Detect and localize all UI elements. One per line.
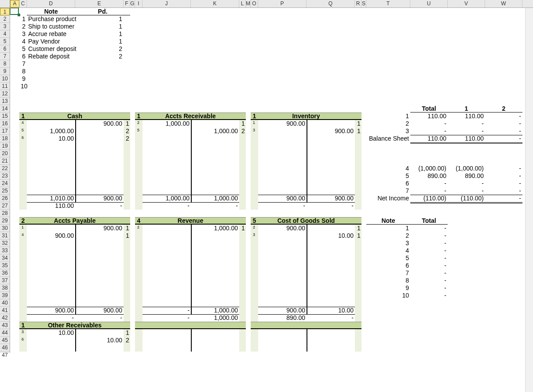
column-header-F[interactable]: F: [124, 0, 130, 7]
tacct-right-amt: [307, 120, 355, 127]
row-header-12[interactable]: 12: [0, 90, 10, 98]
column-header-S[interactable]: S: [361, 0, 366, 7]
row-header-44[interactable]: 44: [0, 329, 10, 337]
note-pd: 2: [75, 45, 124, 53]
tacct-pd: 1: [356, 127, 361, 135]
tacct-net-right: -: [191, 202, 239, 210]
column-header-K[interactable]: K: [191, 0, 239, 7]
column-header-W[interactable]: W: [485, 0, 522, 7]
chk-n: 1: [366, 225, 410, 232]
row-header-5[interactable]: 5: [0, 38, 10, 45]
row-header-4[interactable]: 4: [0, 30, 10, 38]
column-header-A[interactable]: A: [10, 0, 19, 7]
row-header-40[interactable]: 40: [0, 299, 10, 307]
tacct-ref: 3: [252, 232, 258, 237]
column-header-U[interactable]: U: [410, 0, 448, 7]
row-header-14[interactable]: 14: [0, 105, 10, 113]
row-header-32[interactable]: 32: [0, 240, 10, 247]
row-header-35[interactable]: 35: [0, 262, 10, 269]
fill-handle[interactable]: [18, 14, 20, 16]
tacct-ref: 1: [20, 225, 27, 229]
tacct-total-right: 900.00: [75, 307, 124, 314]
row-header-39[interactable]: 39: [0, 292, 10, 299]
sum-bs-label: Balance Sheet: [344, 135, 410, 142]
sum-hdr-total: Total: [410, 105, 448, 113]
chk-n: 5: [366, 254, 410, 262]
note-num: 6: [19, 53, 27, 60]
row-header-34[interactable]: 34: [0, 254, 10, 262]
row-header-10[interactable]: 10: [0, 75, 10, 83]
row-header-38[interactable]: 38: [0, 284, 10, 292]
row-header-22[interactable]: 22: [0, 165, 10, 172]
row-header-1[interactable]: 1: [0, 8, 10, 15]
row-header-7[interactable]: 7: [0, 53, 10, 60]
row-header-28[interactable]: 28: [0, 210, 10, 217]
grid-corner[interactable]: [0, 0, 10, 8]
column-header-G[interactable]: G: [130, 0, 135, 7]
row-header-20[interactable]: 20: [0, 150, 10, 157]
column-header-R[interactable]: R: [355, 0, 361, 7]
row-header-9[interactable]: 9: [0, 68, 10, 75]
row-header-43[interactable]: 43: [0, 322, 10, 329]
tacct-ref: 3: [20, 330, 27, 334]
row-header-19[interactable]: 19: [0, 142, 10, 150]
sum-dblrule: [410, 142, 522, 144]
row-header-8[interactable]: 8: [0, 60, 10, 68]
row-header-30[interactable]: 30: [0, 225, 10, 232]
column-header-C[interactable]: C: [19, 0, 27, 7]
tacct-title: Cost of Goods Sold: [251, 217, 361, 225]
row-header-27[interactable]: 27: [0, 202, 10, 210]
row-header-47[interactable]: 47: [0, 352, 10, 353]
column-header-O[interactable]: O: [251, 0, 258, 7]
note-pd: 1: [75, 38, 124, 45]
row-header-26[interactable]: 26: [0, 195, 10, 202]
row-header-29[interactable]: 29: [0, 217, 10, 225]
row-header-25[interactable]: 25: [0, 187, 10, 195]
column-header-T[interactable]: T: [366, 0, 410, 7]
row-header-45[interactable]: 45: [0, 337, 10, 344]
tacct-divider: [191, 225, 192, 314]
row-header-18[interactable]: 18: [0, 135, 10, 142]
column-header-P[interactable]: P: [258, 0, 307, 7]
row-header-36[interactable]: 36: [0, 269, 10, 277]
tacct-left-amt: [258, 127, 307, 135]
tacct-title-empty: [251, 322, 361, 329]
column-header-Q[interactable]: Q: [307, 0, 355, 7]
row-header-15[interactable]: 15: [0, 113, 10, 120]
tacct-left-amt: [27, 225, 75, 232]
row-header-31[interactable]: 31: [0, 232, 10, 240]
row-header-13[interactable]: 13: [0, 98, 10, 105]
sum-label: 7: [366, 187, 410, 195]
column-headers[interactable]: ACDEFGIJKLMOPQRSTUVW: [0, 0, 533, 8]
row-headers[interactable]: 1234567891011121314151617181920212223242…: [0, 8, 10, 353]
column-header-J[interactable]: J: [142, 0, 191, 7]
row-header-21[interactable]: 21: [0, 157, 10, 165]
column-header-D[interactable]: D: [27, 0, 75, 7]
row-header-37[interactable]: 37: [0, 277, 10, 284]
column-header-V[interactable]: V: [448, 0, 485, 7]
tacct-divider: [191, 329, 192, 352]
tacct-net-right: 1,000.00: [191, 314, 239, 322]
tacct-left-amt: 900.00: [258, 225, 307, 232]
row-header-41[interactable]: 41: [0, 307, 10, 314]
row-header-16[interactable]: 16: [0, 120, 10, 127]
row-header-42[interactable]: 42: [0, 314, 10, 322]
row-header-24[interactable]: 24: [0, 180, 10, 187]
row-header-6[interactable]: 6: [0, 45, 10, 53]
row-header-17[interactable]: 17: [0, 127, 10, 135]
column-header-M[interactable]: M: [246, 0, 251, 7]
column-header-E[interactable]: E: [75, 0, 124, 7]
row-header-3[interactable]: 3: [0, 23, 10, 30]
row-header-11[interactable]: 11: [0, 83, 10, 90]
row-header-23[interactable]: 23: [0, 172, 10, 180]
tacct-left-amt: 1,000.00: [27, 127, 75, 135]
column-header-L[interactable]: L: [239, 0, 246, 7]
row-header-2[interactable]: 2: [0, 15, 10, 23]
column-header-I[interactable]: I: [135, 0, 142, 7]
spreadsheet-grid[interactable]: Note Pd. 1Purchase product12Ship to cust…: [10, 8, 533, 392]
tacct-band: [135, 217, 142, 322]
tacct-pd: 1: [240, 120, 246, 127]
row-header-46[interactable]: 46: [0, 344, 10, 352]
row-header-33[interactable]: 33: [0, 247, 10, 254]
tacct-left-amt: 10.00: [27, 135, 75, 142]
